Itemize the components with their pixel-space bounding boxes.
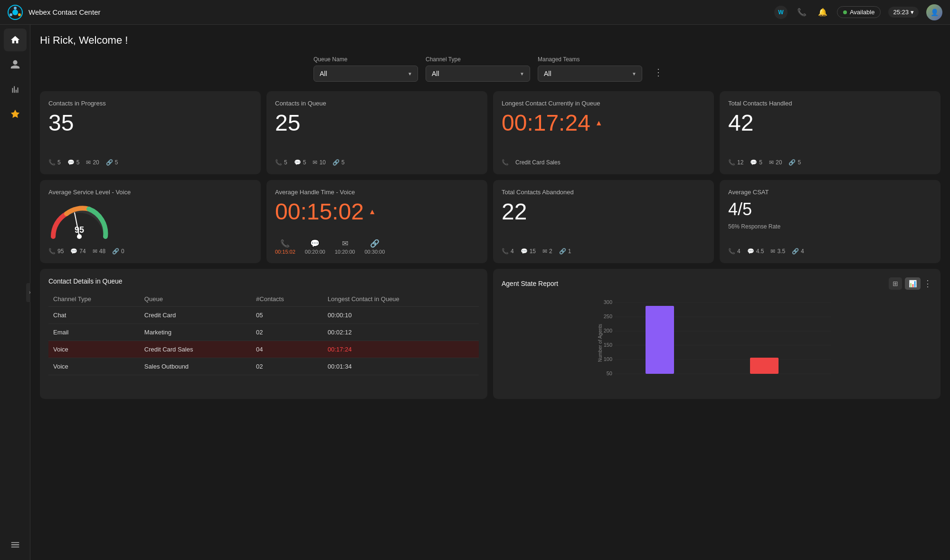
th-sub-email: ✉ 20 [769, 159, 782, 166]
session-timer[interactable]: 25:23 ▾ [888, 7, 919, 18]
aht-phone-icon: 📞 [280, 239, 290, 248]
chat-icon: 💬 [67, 159, 75, 166]
card-avg-csat: Average CSAT 4/5 56% Response Rate 📞 4 💬… [720, 180, 940, 263]
stats-grid-row1: Contacts in Progress 35 📞 5 💬 5 ✉ 20 [40, 91, 940, 174]
bell-icon[interactable]: 🔔 [816, 6, 829, 19]
row-contacts: 04 [251, 341, 323, 358]
svg-text:250: 250 [604, 313, 612, 319]
chat-icon-7: 💬 [747, 248, 754, 255]
card-avg-handle-time: Average Handle Time - Voice 00:15:02 ▲ 📞… [266, 180, 487, 263]
table-row: Chat Credit Card 05 00:00:10 [48, 307, 479, 324]
aht-phone-item: 📞 00:15:02 [275, 239, 295, 255]
card-ta-subrow: 📞 4 💬 15 ✉ 2 🔗 1 [502, 248, 705, 255]
chart-more-btn[interactable]: ⋮ [923, 278, 932, 289]
gauge-wrap: 95 [48, 199, 252, 243]
channel-type-label: Channel Type [426, 56, 530, 63]
phone-icon-7: 📞 [728, 248, 735, 255]
ciq-chat-val: 5 [303, 159, 306, 166]
ta-phone-val: 4 [511, 248, 514, 255]
social-icon-5: 🔗 [112, 248, 119, 255]
email-icon-4: ✉ [769, 159, 774, 166]
aht-social-val: 00:30:00 [364, 249, 385, 255]
chart-controls: ⊞ 📊 ⋮ [889, 277, 932, 290]
status-dot [843, 10, 847, 14]
svg-text:200: 200 [604, 328, 612, 333]
svg-point-3 [18, 13, 21, 16]
card-aht-value: 00:15:02 [275, 199, 364, 225]
ciq-social-val: 5 [342, 159, 345, 166]
table-header-row: Channel Type Queue #Contacts Longest Con… [48, 292, 479, 307]
sidebar-item-star[interactable] [4, 103, 27, 125]
asl-chat-val: 74 [79, 248, 86, 255]
bottom-grid: Contact Details in Queue Channel Type Qu… [40, 269, 940, 399]
row-channel: Voice [48, 358, 140, 375]
managed-teams-select[interactable]: All [538, 66, 642, 82]
card-th-label: Total Contacts Handled [728, 100, 932, 107]
page-title: Hi Rick, Welcome ! [40, 34, 940, 47]
gauge-container: 95 [48, 203, 110, 239]
row-channel: Voice [48, 341, 140, 358]
queue-name-select-wrap: All [314, 66, 418, 82]
ta-email-val: 2 [549, 248, 552, 255]
agent-state-card: Agent State Report ⊞ 📊 ⋮ 300 250 200 150 [493, 269, 940, 399]
ta-chat-val: 15 [530, 248, 536, 255]
aht-phone-val: 00:15:02 [275, 249, 295, 255]
chart-bar-btn[interactable]: 📊 [905, 277, 921, 290]
card-aht-subrow: 📞 00:15:02 💬 00:20:00 ✉ 10:20:00 🔗 00:30… [275, 239, 479, 255]
card-ac-label: Average CSAT [728, 189, 932, 196]
card-asl-subrow: 📞 95 💬 74 ✉ 48 🔗 0 [48, 248, 252, 255]
ac-chat-val: 4.5 [756, 248, 764, 255]
sidebar-item-home[interactable] [4, 28, 27, 51]
chat-icon-5: 💬 [70, 248, 77, 255]
timer-chevron: ▾ [911, 9, 914, 16]
managed-teams-label: Managed Teams [538, 56, 642, 63]
svg-point-4 [10, 13, 12, 16]
channel-type-select-wrap: All [426, 66, 530, 82]
queue-name-label: Queue Name [314, 56, 418, 63]
asl-phone-val: 95 [57, 248, 64, 255]
cip-sub-chat: 💬 5 [67, 159, 80, 166]
th-sub-phone: 📞 12 [728, 159, 743, 166]
aht-chat-val: 00:20:00 [305, 249, 325, 255]
cip-sub-social: 🔗 5 [106, 159, 118, 166]
row-contacts: 05 [251, 307, 323, 324]
bar-available [646, 306, 674, 374]
card-contacts-in-progress: Contacts in Progress 35 📞 5 💬 5 ✉ 20 [40, 91, 261, 174]
card-cip-subrow: 📞 5 💬 5 ✉ 20 🔗 5 [48, 159, 252, 166]
card-total-handled: Total Contacts Handled 42 📞 12 💬 5 ✉ 20 [720, 91, 940, 174]
ciq-sub-social: 🔗 5 [332, 159, 345, 166]
ta-sub-email: ✉ 2 [542, 248, 552, 255]
top-navigation: Webex Contact Center W 📞 🔔 Available 25:… [0, 0, 950, 25]
row-queue: Sales Outbound [140, 358, 251, 375]
sidebar: › [0, 25, 30, 560]
svg-text:95: 95 [75, 225, 84, 235]
user-avatar[interactable]: 👤 [926, 4, 942, 20]
sidebar-item-menu[interactable] [4, 533, 27, 556]
ta-sub-chat: 💬 15 [521, 248, 536, 255]
filters-bar: Queue Name All Channel Type All Managed … [40, 56, 940, 82]
queue-name-select[interactable]: All [314, 66, 418, 82]
phone-icon-5: 📞 [48, 248, 56, 255]
contact-details-title: Contact Details in Queue [48, 277, 479, 285]
social-icon-4: 🔗 [788, 159, 796, 166]
cip-social-val: 5 [115, 159, 118, 166]
sidebar-item-contacts[interactable] [4, 53, 27, 76]
asl-social-val: 0 [121, 248, 124, 255]
status-badge[interactable]: Available [837, 6, 881, 18]
svg-text:Number of Agents: Number of Agents [598, 324, 603, 362]
webex-icon[interactable]: W [774, 6, 788, 19]
email-icon: ✉ [86, 159, 91, 166]
channel-type-select[interactable]: All [426, 66, 530, 82]
row-queue: Credit Card [140, 307, 251, 324]
card-ciq-value: 25 [275, 111, 479, 136]
phone-icon[interactable]: 📞 [795, 6, 808, 19]
aht-email-val: 10:20:00 [335, 249, 355, 255]
th-sub-social: 🔗 5 [788, 159, 801, 166]
filter-more-button[interactable]: ⋮ [650, 63, 667, 82]
chart-grid-btn[interactable]: ⊞ [889, 277, 902, 290]
card-ac-value: 4/5 [728, 199, 932, 219]
th-phone-val: 12 [737, 159, 743, 166]
email-icon-7: ✉ [770, 248, 775, 255]
sidebar-item-analytics[interactable] [4, 78, 27, 101]
email-icon-5: ✉ [93, 248, 97, 255]
